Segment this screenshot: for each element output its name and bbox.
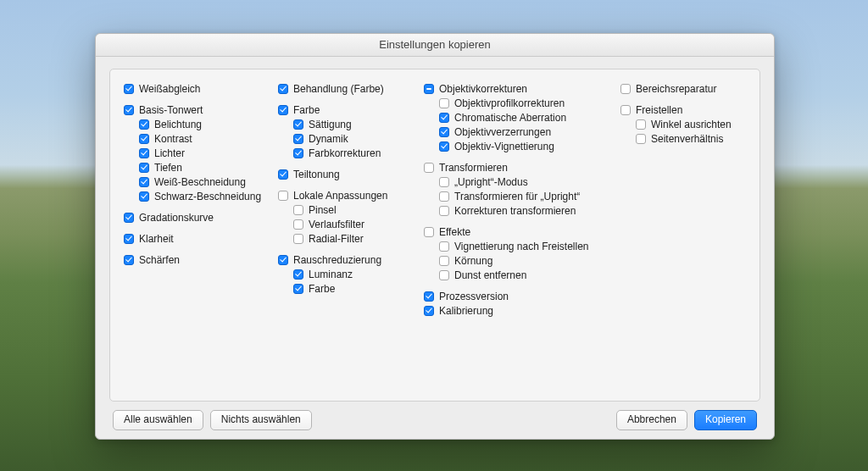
- label-basis-tonwert: Basis-Tonwert: [139, 104, 203, 116]
- label-verlaufsfilter: Verlaufsfilter: [309, 219, 364, 230]
- label-kalibrierung: Kalibrierung: [439, 305, 493, 317]
- label-bereichsreparatur: Bereichsreparatur: [636, 83, 716, 95]
- checkbox-chromatische-aberration[interactable]: [439, 113, 449, 123]
- checkbox-seitenverhaeltnis[interactable]: [636, 134, 646, 144]
- label-effekte: Effekte: [439, 226, 470, 238]
- checkbox-rauschreduzierung[interactable]: [278, 255, 288, 265]
- column-4: Bereichsreparatur Freistellen Winkel aus…: [620, 81, 748, 392]
- label-objektivprofilkorrekturen: Objektivprofilkorrekturen: [454, 97, 565, 109]
- checkbox-verlaufsfilter[interactable]: [293, 219, 303, 230]
- checkbox-saettigung[interactable]: [293, 119, 303, 130]
- checkbox-lokale-anpassungen[interactable]: [278, 191, 288, 201]
- label-belichtung: Belichtung: [154, 119, 202, 130]
- label-objektiv-vignettierung: Objektiv-Vignettierung: [454, 141, 554, 152]
- label-koernung: Körnung: [454, 255, 492, 267]
- label-dunst-entfernen: Dunst entfernen: [454, 269, 526, 281]
- label-transform-upright: Transformieren für „Upright“: [454, 191, 580, 202]
- label-chromatische-aberration: Chromatische Aberration: [454, 112, 566, 124]
- label-farbkorrekturen: Farbkorrekturen: [309, 147, 381, 159]
- label-weiss-beschneidung: Weiß-Beschneidung: [154, 176, 246, 188]
- checkbox-objektivprofilkorrekturen[interactable]: [439, 98, 449, 108]
- checkbox-bereichsreparatur[interactable]: [620, 84, 631, 94]
- checkbox-kontrast[interactable]: [139, 134, 149, 144]
- label-kontrast: Kontrast: [154, 133, 192, 145]
- checkbox-transform-upright[interactable]: [439, 191, 449, 202]
- column-3: Objektivkorrekturen Objektivprofilkorrek…: [424, 81, 602, 392]
- copy-settings-dialog: Einstellungen kopieren Weißabgleich Basi…: [95, 33, 775, 440]
- label-rausch-farbe: Farbe: [309, 283, 335, 295]
- checkbox-prozessversion[interactable]: [424, 291, 434, 302]
- checkbox-weissabgleich[interactable]: [124, 84, 134, 94]
- label-weissabgleich: Weißabgleich: [139, 83, 200, 95]
- label-korrekturen-transformieren: Korrekturen transformieren: [454, 205, 576, 217]
- label-saettigung: Sättigung: [309, 119, 352, 130]
- label-freistellen: Freistellen: [636, 104, 682, 116]
- checkbox-schaerfen[interactable]: [124, 255, 134, 265]
- checkbox-dunst-entfernen[interactable]: [439, 270, 449, 280]
- checkbox-weiss-beschneidung[interactable]: [139, 177, 149, 187]
- checkbox-objektiv-vignettierung[interactable]: [439, 141, 449, 152]
- checkbox-belichtung[interactable]: [139, 119, 149, 130]
- checkbox-effekte[interactable]: [424, 227, 434, 237]
- label-seitenverhaeltnis: Seitenverhältnis: [651, 133, 723, 145]
- label-objektivverzerrungen: Objektivverzerrungen: [454, 126, 551, 138]
- label-prozessversion: Prozessversion: [439, 291, 509, 302]
- label-lokale-anpassungen: Lokale Anpassungen: [293, 190, 387, 202]
- checkbox-koernung[interactable]: [439, 256, 449, 266]
- copy-button[interactable]: Kopieren: [694, 410, 757, 430]
- checkbox-schwarz-beschneidung[interactable]: [139, 191, 149, 202]
- label-objektivkorrekturen: Objektivkorrekturen: [439, 83, 527, 95]
- checkbox-freistellen[interactable]: [620, 105, 631, 115]
- label-dynamik: Dynamik: [309, 133, 348, 145]
- checkbox-radial-filter[interactable]: [293, 234, 303, 244]
- checkbox-objektivverzerrungen[interactable]: [439, 127, 449, 137]
- label-rauschreduzierung: Rauschreduzierung: [293, 254, 381, 266]
- label-schaerfen: Schärfen: [139, 254, 180, 266]
- checkbox-farbkorrekturen[interactable]: [293, 148, 303, 158]
- checkbox-tiefen[interactable]: [139, 163, 149, 173]
- column-2: Behandlung (Farbe) Farbe Sättigung Dynam…: [278, 81, 405, 392]
- column-1: Weißabgleich Basis-Tonwert Belichtung Ko…: [124, 81, 259, 392]
- dialog-footer: Alle auswählen Nichts auswählen Abbreche…: [109, 402, 760, 432]
- label-pinsel: Pinsel: [309, 204, 337, 216]
- label-tiefen: Tiefen: [154, 162, 182, 174]
- checkbox-teiltonung[interactable]: [278, 169, 288, 180]
- label-lichter: Lichter: [154, 147, 185, 159]
- label-transformieren: Transformieren: [439, 162, 508, 174]
- dialog-content: Weißabgleich Basis-Tonwert Belichtung Ko…: [96, 57, 774, 439]
- label-klarheit: Klarheit: [139, 233, 174, 245]
- dialog-title: Einstellungen kopieren: [96, 34, 774, 57]
- checkbox-pinsel[interactable]: [293, 205, 303, 215]
- label-schwarz-beschneidung: Schwarz-Beschneidung: [154, 191, 261, 202]
- label-vignettierung-freistellen: Vignettierung nach Freistellen: [454, 241, 589, 252]
- label-farbe: Farbe: [293, 104, 320, 116]
- label-upright-modus: „Upright“-Modus: [454, 176, 528, 188]
- checkbox-objektivkorrekturen[interactable]: [424, 84, 434, 94]
- checkbox-kalibrierung[interactable]: [424, 306, 434, 316]
- checkbox-korrekturen-transformieren[interactable]: [439, 206, 449, 216]
- cancel-button[interactable]: Abbrechen: [616, 410, 687, 430]
- checkbox-luminanz[interactable]: [293, 269, 303, 280]
- label-teiltonung: Teiltonung: [293, 169, 340, 180]
- checkbox-behandlung[interactable]: [278, 84, 288, 94]
- label-luminanz: Luminanz: [309, 269, 353, 280]
- select-all-button[interactable]: Alle auswählen: [113, 410, 203, 430]
- checkbox-winkel-ausrichten[interactable]: [636, 119, 646, 130]
- checkbox-vignettierung-freistellen[interactable]: [439, 241, 449, 252]
- checkbox-gradationskurve[interactable]: [124, 213, 134, 223]
- settings-panel: Weißabgleich Basis-Tonwert Belichtung Ko…: [109, 69, 760, 402]
- checkbox-dynamik[interactable]: [293, 134, 303, 144]
- checkbox-transformieren[interactable]: [424, 163, 434, 173]
- label-radial-filter: Radial-Filter: [309, 233, 364, 245]
- select-none-button[interactable]: Nichts auswählen: [210, 410, 312, 430]
- checkbox-rausch-farbe[interactable]: [293, 284, 303, 294]
- checkbox-klarheit[interactable]: [124, 234, 134, 244]
- checkbox-basis-tonwert[interactable]: [124, 105, 134, 115]
- checkbox-lichter[interactable]: [139, 148, 149, 158]
- checkbox-farbe[interactable]: [278, 105, 288, 115]
- label-behandlung: Behandlung (Farbe): [293, 83, 384, 95]
- checkbox-upright-modus[interactable]: [439, 177, 449, 187]
- label-gradationskurve: Gradationskurve: [139, 212, 214, 224]
- label-winkel-ausrichten: Winkel ausrichten: [651, 119, 732, 130]
